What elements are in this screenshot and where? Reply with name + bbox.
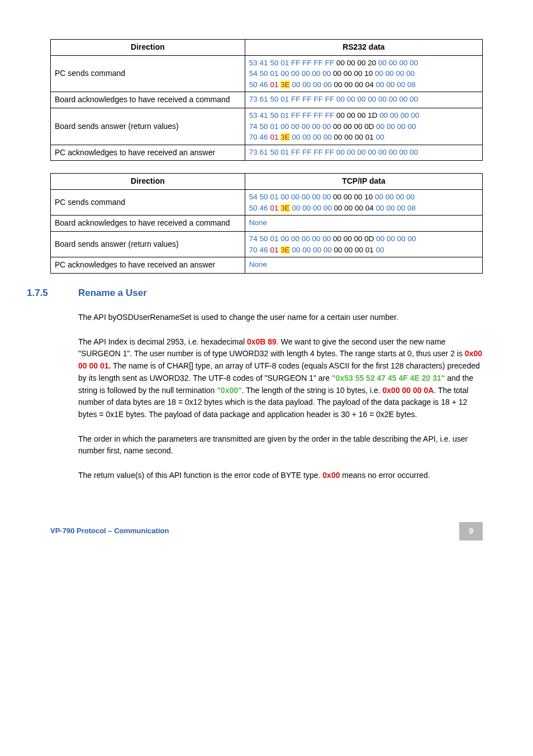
data-cell: None	[245, 257, 482, 274]
paragraph: The API Index is decimal 2953, i.e. hexa…	[78, 336, 483, 421]
table-row: PC sends command54 50 01 00 00 00 00 00 …	[51, 190, 483, 216]
paragraph: The API byOSDUserRenameSet is used to ch…	[78, 312, 483, 324]
direction-cell: Board acknowledges to have received a co…	[51, 92, 245, 108]
section-title: Rename a User	[78, 286, 147, 300]
th-direction: Direction	[51, 40, 245, 56]
table-row: Board sends answer (return values)53 41 …	[51, 108, 483, 145]
table-row: Board sends answer (return values)74 50 …	[51, 231, 483, 257]
page-footer: VP-790 Protocol – Communication 9	[50, 522, 483, 541]
th-direction: Direction	[51, 174, 245, 190]
table-row: Board acknowledges to have received a co…	[51, 92, 483, 108]
direction-cell: PC sends command	[51, 190, 245, 216]
tcpip-table: Direction TCP/IP data PC sends command54…	[50, 173, 483, 273]
data-cell: 73 61 50 01 FF FF FF FF 00 00 00 00 00 0…	[245, 145, 482, 161]
data-cell: 53 41 50 01 FF FF FF FF 00 00 00 20 00 0…	[245, 55, 482, 92]
table-row: PC acknowledges to have received an answ…	[51, 257, 483, 274]
table-row: PC sends command53 41 50 01 FF FF FF FF …	[51, 55, 483, 92]
data-cell: None	[245, 216, 482, 232]
direction-cell: PC sends command	[51, 55, 245, 92]
rs232-table: Direction RS232 data PC sends command53 …	[50, 39, 483, 161]
data-cell: 54 50 01 00 00 00 00 00 00 00 00 10 00 0…	[245, 190, 482, 216]
direction-cell: Board acknowledges to have received a co…	[51, 216, 245, 232]
section-number: 1.7.5	[27, 286, 78, 300]
footer-title: VP-790 Protocol – Communication	[50, 525, 169, 537]
direction-cell: PC acknowledges to have received an answ…	[51, 145, 245, 161]
data-cell: 53 41 50 01 FF FF FF FF 00 00 00 1D 00 0…	[245, 108, 482, 145]
data-cell: 73 61 50 01 FF FF FF FF 00 00 00 00 00 0…	[245, 92, 482, 108]
page-number: 9	[459, 522, 483, 541]
direction-cell: Board sends answer (return values)	[51, 108, 245, 145]
table-row: Board acknowledges to have received a co…	[51, 216, 483, 232]
th-rs232: RS232 data	[245, 40, 482, 56]
body-text: The API byOSDUserRenameSet is used to ch…	[78, 312, 483, 482]
table-row: PC acknowledges to have received an answ…	[51, 145, 483, 161]
direction-cell: Board sends answer (return values)	[51, 231, 245, 257]
data-cell: 74 50 01 00 00 00 00 00 00 00 00 0D 00 0…	[245, 231, 482, 257]
paragraph: The order in which the parameters are tr…	[78, 433, 483, 457]
direction-cell: PC acknowledges to have received an answ…	[51, 257, 245, 274]
th-tcpip: TCP/IP data	[245, 174, 482, 190]
section-heading: 1.7.5 Rename a User	[27, 286, 483, 300]
paragraph: The return value(s) of this API function…	[78, 470, 483, 482]
